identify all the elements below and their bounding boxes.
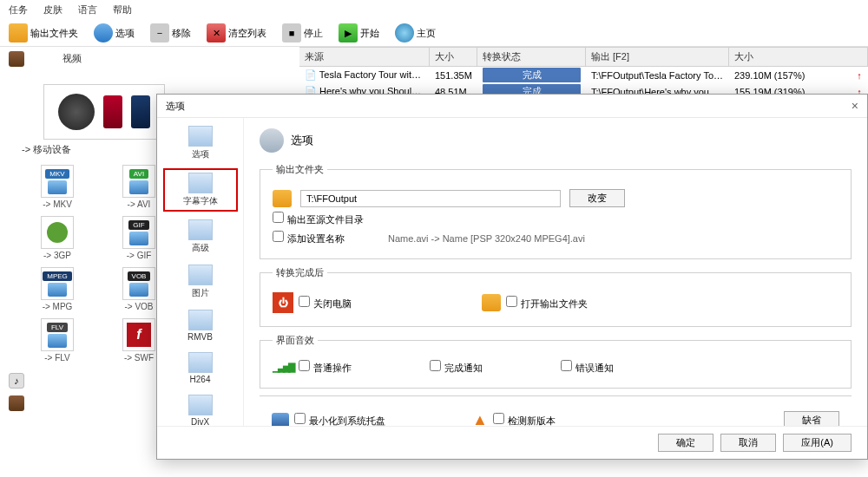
after-convert-fieldset: 转换完成后 ⏻ 关闭电脑 打开输出文件夹	[260, 266, 852, 327]
film-icon[interactable]	[9, 395, 24, 411]
table-header: 来源 大小 转换状态 输出 [F2] 大小	[299, 47, 868, 67]
format-MKV[interactable]: MKV-> MKV	[22, 165, 93, 209]
sidebar-item-label: H264	[190, 375, 211, 384]
dialog-title: 选项	[166, 100, 185, 113]
tb-clear[interactable]: ✕ 清空列表	[207, 23, 266, 42]
format-FLV[interactable]: FLV-> FLV	[22, 318, 93, 363]
menu-help[interactable]: 帮助	[113, 3, 132, 16]
cell-output: T:\FFOutput\Tesla Factory Tour ...	[586, 69, 729, 82]
folder-icon[interactable]	[273, 190, 292, 207]
reel-icon	[58, 94, 95, 130]
chk-tray[interactable]: 最小化到系统托盘	[294, 413, 385, 426]
toolbar: 输出文件夹 选项 − 移除 ✕ 清空列表 ■ 停止 ▶ 开始 主页	[0, 20, 868, 47]
chk-normal[interactable]: 普通操作	[299, 360, 352, 375]
globe-icon	[395, 23, 414, 42]
chk-add-set-name[interactable]: 添加设置名称	[273, 231, 345, 245]
chk-err-notify[interactable]: 错误通知	[561, 360, 614, 375]
chk-update[interactable]: 检测新版本	[493, 413, 556, 426]
sidebar-item-5[interactable]: H264	[163, 350, 238, 387]
chk-shutdown[interactable]: 关闭电脑	[299, 296, 352, 310]
menu-lang[interactable]: 语言	[78, 3, 97, 16]
sidebar-item-6[interactable]: DivX	[163, 392, 238, 426]
section-icon	[260, 128, 284, 153]
sidebar-item-label: 图片	[192, 287, 209, 299]
options-icon	[94, 23, 113, 42]
cell-source: 📄 Tesla Factory Tour with El...	[299, 69, 430, 82]
format-caption: -> FLV	[44, 353, 70, 363]
section-title: 选项	[291, 133, 313, 148]
sidebar-item-label: DivX	[191, 417, 209, 426]
misc-fieldset: 最小化到系统托盘 ▲ 检测新版本 缺省	[260, 395, 852, 426]
chk-open-output[interactable]: 打开输出文件夹	[506, 296, 588, 310]
tb-stop[interactable]: ■ 停止	[282, 23, 323, 42]
sound-legend: 界面音效	[273, 334, 318, 347]
table-row[interactable]: 📄 Tesla Factory Tour with El...151.35M完成…	[299, 67, 868, 83]
tray-icon	[272, 413, 289, 427]
format-caption: -> MKV	[43, 199, 72, 209]
sidebar-item-2[interactable]: 高级	[163, 217, 238, 257]
sidebar-item-icon	[188, 352, 213, 373]
sidebar-item-label: 选项	[192, 148, 209, 160]
tb-options[interactable]: 选项	[94, 23, 135, 42]
clapboard-icon	[9, 51, 24, 67]
output-path-input[interactable]	[300, 190, 561, 207]
sidebar-item-0[interactable]: 选项	[163, 123, 238, 163]
sidebar-item-4[interactable]: RMVB	[163, 307, 238, 344]
menu-task[interactable]: 任务	[9, 3, 28, 16]
sidebar-item-label: RMVB	[187, 332, 213, 342]
bars-icon: ▁▃▅▇	[273, 362, 293, 373]
music-icon[interactable]: ♪	[9, 373, 24, 389]
start-icon: ▶	[339, 23, 358, 42]
sound-fieldset: 界面音效 ▁▃▅▇ 普通操作 完成通知 错误通知	[260, 334, 852, 389]
sidebar-item-icon	[188, 265, 213, 285]
close-icon[interactable]: ×	[852, 99, 858, 113]
sidebar-item-icon	[188, 126, 213, 147]
device-preview[interactable]	[43, 84, 165, 140]
col-status[interactable]: 转换状态	[477, 48, 586, 66]
sidebar-item-icon	[188, 310, 213, 330]
tb-home[interactable]: 主页	[395, 23, 436, 42]
video-label: 视频	[59, 49, 85, 69]
ok-button[interactable]: 确定	[658, 434, 713, 452]
apply-button[interactable]: 应用(A)	[783, 434, 852, 452]
sidebar-item-3[interactable]: 图片	[163, 262, 238, 302]
chk-out-to-src[interactable]: 输出至源文件目录	[273, 212, 364, 226]
phone-icon	[103, 95, 122, 128]
menu-skin[interactable]: 皮肤	[43, 3, 62, 16]
default-button[interactable]: 缺省	[784, 411, 839, 426]
name-hint: Name.avi -> Name [PSP 320x240 MPEG4].avi	[388, 233, 585, 244]
sidebar-item-icon	[188, 219, 213, 240]
col-outsize[interactable]: 大小	[729, 48, 868, 66]
options-dialog: 选项 × 选项字幕字体高级图片RMVBH264DivX 选项 输出文件夹 改变 …	[156, 94, 868, 460]
sidebar-item-label: 高级	[192, 242, 209, 254]
format-caption: -> 3GP	[43, 251, 71, 260]
sidebar-item-label: 字幕字体	[183, 195, 218, 207]
sidebar-item-icon	[188, 395, 213, 415]
cell-outsize: 239.10M (157%)	[729, 69, 851, 82]
col-output[interactable]: 输出 [F2]	[586, 48, 729, 66]
up-arrow-icon: ↑	[851, 69, 868, 82]
folder-icon	[482, 294, 501, 311]
sidebar-item-icon	[188, 173, 213, 193]
format-caption: -> AVI	[128, 199, 151, 209]
tb-start[interactable]: ▶ 开始	[339, 23, 379, 42]
format-3GP[interactable]: -> 3GP	[22, 216, 93, 260]
stop-icon: ■	[282, 23, 301, 42]
format-caption: -> GIF	[127, 251, 152, 260]
output-folder-legend: 输出文件夹	[273, 163, 327, 176]
clear-icon: ✕	[207, 23, 226, 42]
output-folder-fieldset: 输出文件夹 改变 输出至源文件目录 添加设置名称 Name.avi -> Nam…	[260, 163, 852, 259]
tb-remove[interactable]: − 移除	[150, 23, 191, 42]
col-source[interactable]: 来源	[299, 48, 430, 66]
chk-done-notify[interactable]: 完成通知	[430, 360, 483, 375]
change-button[interactable]: 改变	[569, 189, 625, 207]
power-icon: ⏻	[273, 292, 293, 313]
col-size[interactable]: 大小	[430, 48, 477, 66]
sidebar-item-1[interactable]: 字幕字体	[163, 168, 238, 212]
phone-icon-2	[131, 95, 150, 128]
tb-output-folder[interactable]: 输出文件夹	[9, 23, 78, 42]
format-MPG[interactable]: MPEG-> MPG	[22, 267, 93, 311]
format-caption: -> VOB	[124, 302, 153, 311]
cancel-button[interactable]: 取消	[720, 434, 776, 452]
remove-icon: −	[150, 23, 169, 42]
